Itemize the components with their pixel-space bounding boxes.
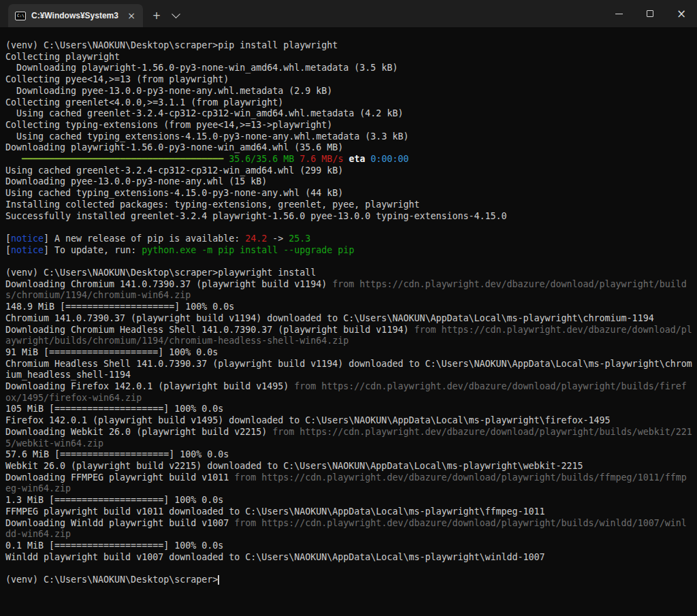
terminal-text: Downloading playwright-1.56.0-py3-none-w… [5,63,398,73]
terminal-text: Collecting playwright [5,52,120,62]
terminal-line [5,222,692,233]
terminal-line: 0.1 MiB [====================] 100% 0.0s [5,540,692,552]
terminal-line: Webkit 26.0 (playwright build v2215) dow… [5,461,692,472]
maximize-button[interactable] [634,0,666,27]
terminal-text: [ [5,233,11,244]
terminal-output[interactable]: (venv) C:\Users\NAOKUN\Desktop\scraper>p… [0,27,697,616]
tab-title: C:¥Windows¥System32¥cmd.e [31,11,118,20]
terminal-text: 25.3 [289,233,310,244]
terminal-line [5,563,692,574]
terminal-text: eta [348,154,365,164]
terminal-line: Collecting greenlet<4.0.0,>=3.1.1 (from … [5,97,692,109]
terminal-line [5,256,692,268]
terminal-line: Installing collected packages: typing-ex… [5,199,692,211]
terminal-text: (venv) C:\Users\NAOKUN\Desktop\scraper> [5,574,218,585]
terminal-text: -> [267,233,289,244]
terminal-text: 148.9 MiB [====================] 100% 0.… [5,302,234,312]
terminal-text: ━━━━━━━━━━━━━━━━━━━━━━━━━━━━━━━━━━━━━ [22,154,223,164]
terminal-line: Downloading Winldd playwright build v100… [5,518,692,540]
minimize-button[interactable] [603,0,634,27]
terminal-text: 1.3 MiB [====================] 100% 0.0s [5,495,223,505]
terminal-line: (venv) C:\Users\NAOKUN\Desktop\scraper>p… [5,40,692,52]
terminal-line: Using cached greenlet-3.2.4-cp312-cp312-… [5,165,692,177]
terminal-line: Downloading Chromium Headless Shell 141.… [5,325,692,347]
terminal-line: (venv) C:\Users\NAOKUN\Desktop\scraper>p… [5,268,692,279]
terminal-text: Downloading playwright-1.56.0-py3-none-w… [5,142,343,152]
terminal-text: Downloading Winldd playwright build v100… [5,518,234,528]
terminal-line: Winldd playwright build v1007 downloaded… [5,552,692,564]
terminal-text: notice [11,245,44,255]
cmd-icon: C:\ [15,12,26,20]
text-cursor [218,575,219,585]
terminal-text: Downloading Chromium Headless Shell 141.… [5,325,414,335]
terminal-line: FFMPEG playwright build v1011 downloaded… [5,506,692,518]
chevron-down-icon [172,10,180,18]
terminal-text: Collecting greenlet<4.0.0,>=3.1.1 (from … [5,97,283,108]
terminal-text: 0:00:00 [370,154,408,164]
terminal-line: Downloading pyee-13.0.0-py3-none-any.whl… [5,86,692,97]
terminal-text: ] To update, run: [44,245,142,255]
terminal-line: [notice] To update, run: python.exe -m p… [5,245,692,257]
terminal-line: Chromium 141.0.7390.37 (playwright build… [5,313,692,325]
terminal-text: Successfully installed greenlet-3.2.4 pl… [5,211,507,221]
terminal-line: Downloading Webkit 26.0 (playwright buil… [5,427,692,449]
terminal-text: Downloading Chromium 141.0.7390.37 (play… [5,279,332,289]
terminal-line: ━━━━━━━━━━━━━━━━━━━━━━━━━━━━━━━━━━━━━ 35… [5,154,692,165]
new-tab-button[interactable]: + [147,7,166,25]
terminal-text: Using cached greenlet-3.2.4-cp312-cp312-… [5,108,403,118]
terminal-text: Downloading Firefox 142.0.1 (playwright … [5,381,294,391]
terminal-text: Collecting typing-extensions (from pyee<… [5,120,332,130]
terminal-text: 7.6 MB/s [299,154,343,164]
terminal-text: ] A new release of pip is available: [44,233,245,244]
terminal-text: Downloading pyee-13.0.0-py3-none-any.whl… [5,86,332,96]
terminal-text: FFMPEG playwright build v1011 downloaded… [5,506,545,517]
close-icon: × [677,8,686,20]
terminal-line: Downloading Chromium 141.0.7390.37 (play… [5,279,692,302]
terminal-text: 91 MiB [====================] 100% 0.0s [5,347,218,357]
terminal-text: 105 MiB [====================] 100% 0.0s [5,404,223,414]
tab-close-icon[interactable]: × [124,8,139,23]
terminal-text: Using cached typing_extensions-4.15.0-py… [5,131,408,142]
terminal-text: python.exe -m pip install --upgrade pip [142,245,354,255]
terminal-text: Winldd playwright build v1007 downloaded… [5,552,545,562]
terminal-line: 105 MiB [====================] 100% 0.0s [5,404,692,415]
terminal-tab[interactable]: C:\ C:¥Windows¥System32¥cmd.e × [8,4,143,27]
terminal-line: 1.3 MiB [====================] 100% 0.0s [5,495,692,506]
maximize-icon [647,10,653,17]
terminal-line: Firefox 142.0.1 (playwright build v1495)… [5,415,692,427]
terminal-text: Downloading pyee-13.0.0-py3-none-any.whl… [5,176,267,187]
terminal-line: Downloading playwright-1.56.0-py3-none-w… [5,142,692,154]
terminal-line: Chromium Headless Shell 141.0.7390.37 (p… [5,359,692,381]
terminal-line: Collecting pyee<14,>=13 (from playwright… [5,74,692,86]
terminal-line: 148.9 MiB [====================] 100% 0.… [5,302,692,313]
terminal-text: Webkit 26.0 (playwright build v2215) dow… [5,461,583,471]
terminal-text: [ [5,245,11,255]
terminal-line: (venv) C:\Users\NAOKUN\Desktop\scraper> [5,574,692,586]
terminal-text: Chromium Headless Shell 141.0.7390.37 (p… [5,359,692,380]
terminal-text: Collecting pyee<14,>=13 (from playwright… [5,74,229,84]
terminal-line: Downloading pyee-13.0.0-py3-none-any.whl… [5,176,692,188]
terminal-text: 0.1 MiB [====================] 100% 0.0s [5,540,223,551]
terminal-line: Downloading Firefox 142.0.1 (playwright … [5,381,692,404]
terminal-line: Using cached typing_extensions-4.15.0-py… [5,131,692,143]
terminal-text [5,154,22,164]
terminal-text: (venv) C:\Users\NAOKUN\Desktop\scraper>p… [5,40,338,50]
terminal-line: 91 MiB [====================] 100% 0.0s [5,347,692,359]
terminal-line: Downloading playwright-1.56.0-py3-none-w… [5,63,692,74]
terminal-line: 57.6 MiB [====================] 100% 0.0… [5,449,692,461]
terminal-text: Chromium 141.0.7390.37 (playwright build… [5,313,654,323]
close-button[interactable]: × [666,0,697,27]
titlebar: C:\ C:¥Windows¥System32¥cmd.e × + × [0,0,697,27]
terminal-text: Downloading FFMPEG playwright build v101… [5,472,234,483]
terminal-text: 35.6/35.6 MB [229,154,294,164]
terminal-text: 57.6 MiB [====================] 100% 0.0… [5,449,229,459]
terminal-line: Using cached greenlet-3.2.4-cp312-cp312-… [5,108,692,120]
tab-dropdown-button[interactable] [166,7,185,25]
terminal-line: Collecting typing-extensions (from pyee<… [5,120,692,131]
terminal-text: Installing collected packages: typing-ex… [5,199,419,210]
terminal-text: Firefox 142.0.1 (playwright build v1495)… [5,415,611,425]
terminal-text: Downloading Webkit 26.0 (playwright buil… [5,427,272,437]
terminal-line: Collecting playwright [5,52,692,63]
minimize-icon [615,14,623,14]
terminal-text: notice [11,233,44,244]
